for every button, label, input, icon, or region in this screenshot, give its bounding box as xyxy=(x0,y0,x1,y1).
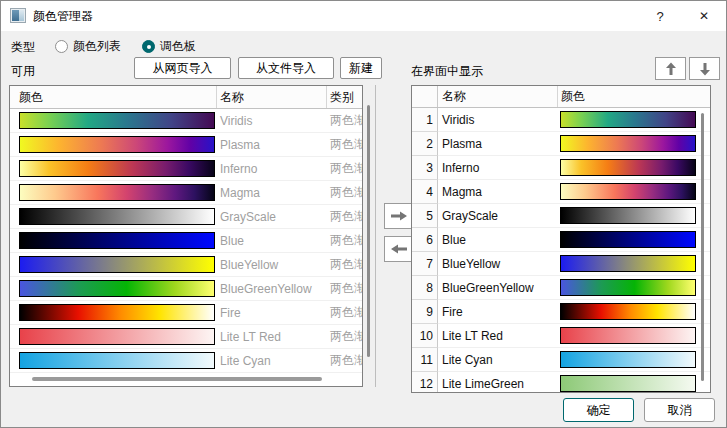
palette-name: Magma xyxy=(217,186,327,200)
palette-swatch xyxy=(560,135,696,152)
radio-palette[interactable]: 调色板 xyxy=(142,38,196,55)
palette-color-cell xyxy=(10,112,217,129)
import-from-web-button[interactable]: 从网页导入 xyxy=(134,57,231,79)
shown-palette-row[interactable]: 7BlueYellow xyxy=(412,252,710,276)
palette-row[interactable]: Lite LT Red两色渐变 xyxy=(10,325,362,349)
shown-palette-row[interactable]: 12Lite LimeGreen xyxy=(412,372,710,393)
column-header-color: 颜色 xyxy=(558,86,710,107)
palette-row[interactable]: Blue两色渐变 xyxy=(10,229,362,253)
shown-table-body: 1Viridis2Plasma3Inferno4Magma5GrayScale6… xyxy=(412,108,710,393)
row-number: 9 xyxy=(412,300,438,324)
palette-color-cell xyxy=(558,252,710,276)
shown-palette-row[interactable]: 5GrayScale xyxy=(412,204,710,228)
palette-name: Blue xyxy=(217,234,327,248)
palette-name: BlueGreenYellow xyxy=(217,282,327,296)
palette-swatch xyxy=(560,375,696,392)
shown-palette-row[interactable]: 1Viridis xyxy=(412,108,710,132)
palette-color-cell xyxy=(10,208,217,225)
palette-name: BlueGreenYellow xyxy=(438,276,558,300)
palette-color-cell xyxy=(558,276,710,300)
shown-palette-row[interactable]: 11Lite Cyan xyxy=(412,348,710,372)
help-button[interactable]: ? xyxy=(641,1,679,31)
palette-color-cell xyxy=(558,348,710,372)
palette-swatch xyxy=(560,327,696,344)
cancel-button[interactable]: 取消 xyxy=(644,398,715,422)
row-number: 4 xyxy=(412,180,438,204)
palette-row[interactable]: BlueGreenYellow两色渐变 xyxy=(10,277,362,301)
ok-button[interactable]: 确定 xyxy=(563,398,634,422)
palette-category: 两色渐变 xyxy=(327,184,362,201)
palette-swatch xyxy=(19,184,215,201)
palette-swatch xyxy=(19,352,215,369)
palette-name: Lite LT Red xyxy=(217,330,327,344)
shown-palette-row[interactable]: 4Magma xyxy=(412,180,710,204)
close-button[interactable]: ✕ xyxy=(685,1,723,31)
shown-palette-row[interactable]: 6Blue xyxy=(412,228,710,252)
palette-row[interactable]: Inferno两色渐变 xyxy=(10,157,362,181)
palette-category: 两色渐变 xyxy=(327,352,362,369)
palette-category: 两色渐变 xyxy=(327,112,362,129)
palette-color-cell xyxy=(558,132,710,156)
column-header-name: 名称 xyxy=(438,86,558,107)
shown-palette-row[interactable]: 2Plasma xyxy=(412,132,710,156)
palette-color-cell xyxy=(558,300,710,324)
palette-swatch xyxy=(560,351,696,368)
radio-color-list[interactable]: 颜色列表 xyxy=(55,38,121,55)
palette-name: Plasma xyxy=(217,138,327,152)
titlebar: 颜色管理器 ? ✕ xyxy=(1,1,726,31)
available-label: 可用 xyxy=(11,63,35,80)
palette-category: 两色渐变 xyxy=(327,232,362,249)
palette-color-cell xyxy=(558,372,710,393)
palette-color-cell xyxy=(10,256,217,273)
move-down-button[interactable] xyxy=(689,57,720,80)
palette-swatch xyxy=(560,279,696,296)
shown-palette-row[interactable]: 9Fire xyxy=(412,300,710,324)
palette-category: 两色渐变 xyxy=(327,280,362,297)
palette-name: GrayScale xyxy=(438,204,558,228)
palette-category: 两色渐变 xyxy=(327,304,362,321)
remove-from-shown-button[interactable] xyxy=(384,236,414,262)
palette-color-cell xyxy=(558,108,710,132)
palette-swatch xyxy=(560,159,696,176)
palette-row[interactable]: BlueYellow两色渐变 xyxy=(10,253,362,277)
shown-palette-row[interactable]: 8BlueGreenYellow xyxy=(412,276,710,300)
palette-row[interactable]: GrayScale两色渐变 xyxy=(10,205,362,229)
palette-color-cell xyxy=(10,136,217,153)
color-manager-dialog: 颜色管理器 ? ✕ 类型 颜色列表 调色板 可用 从网页导入 从文件导入 新建 … xyxy=(0,0,727,428)
shown-palette-row[interactable]: 3Inferno xyxy=(412,156,710,180)
vertical-scrollbar-thumb[interactable] xyxy=(701,113,704,381)
shown-table-header: 名称 颜色 xyxy=(412,86,710,108)
arrow-up-icon xyxy=(665,62,677,76)
import-from-file-button[interactable]: 从文件导入 xyxy=(238,57,334,79)
radio-icon xyxy=(142,40,155,53)
palette-row[interactable]: Magma两色渐变 xyxy=(10,181,362,205)
palette-color-cell xyxy=(10,280,217,297)
palette-row[interactable]: Plasma两色渐变 xyxy=(10,133,362,157)
type-label: 类型 xyxy=(11,39,35,56)
row-number: 11 xyxy=(412,348,438,372)
palette-name: Inferno xyxy=(217,162,327,176)
palette-swatch xyxy=(19,136,215,153)
palette-row[interactable]: Lite Cyan两色渐变 xyxy=(10,349,362,373)
new-button[interactable]: 新建 xyxy=(340,57,382,79)
shown-palette-row[interactable]: 10Lite LT Red xyxy=(412,324,710,348)
palette-category: 两色渐变 xyxy=(327,136,362,153)
move-up-button[interactable] xyxy=(655,57,686,80)
horizontal-scrollbar-thumb[interactable] xyxy=(32,377,322,381)
column-header-category: 类别 xyxy=(327,86,362,108)
available-palettes-panel: 颜色 名称 类别 Viridis两色渐变Plasma两色渐变Inferno两色渐… xyxy=(9,85,377,387)
palette-row[interactable]: Fire两色渐变 xyxy=(10,301,362,325)
dialog-title: 颜色管理器 xyxy=(33,1,93,31)
palette-color-cell xyxy=(10,328,217,345)
vertical-scrollbar-thumb[interactable] xyxy=(367,105,370,357)
radio-icon xyxy=(55,40,68,53)
palette-swatch xyxy=(560,303,696,320)
row-number: 8 xyxy=(412,276,438,300)
palette-swatch xyxy=(560,111,696,128)
palette-color-cell xyxy=(558,228,710,252)
arrow-down-icon xyxy=(699,62,711,76)
shown-palettes-panel: 名称 颜色 1Viridis2Plasma3Inferno4Magma5Gray… xyxy=(411,85,711,393)
palette-row[interactable]: Viridis两色渐变 xyxy=(10,109,362,133)
add-to-shown-button[interactable] xyxy=(384,203,414,229)
palette-name: Viridis xyxy=(438,108,558,132)
